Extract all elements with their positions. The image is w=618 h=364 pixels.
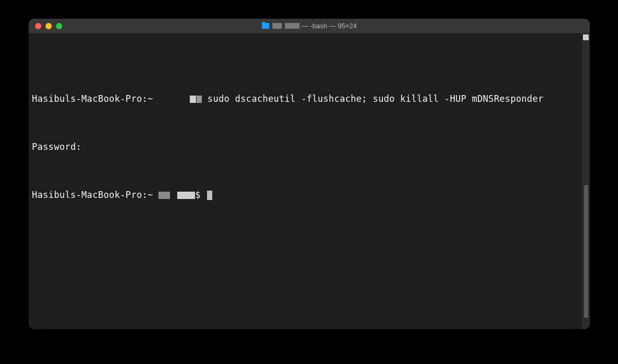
redacted-text: [177, 192, 195, 199]
terminal-window: — -bash — 95×24 Hasibuls-MacBook-Pro:~ s…: [29, 19, 590, 329]
command-text: sudo dscacheutil -flushcache; sudo killa…: [202, 93, 543, 105]
terminal-line-1: Hasibuls-MacBook-Pro:~ sudo dscacheutil …: [32, 93, 585, 105]
terminal-line-2: Password:: [32, 141, 585, 153]
window-title-text: — -bash — 95×24: [302, 22, 357, 30]
redacted-text: [158, 192, 170, 199]
redacted-text: [197, 96, 202, 103]
prompt-prefix: Hasibuls-MacBook-Pro:~: [32, 189, 158, 201]
window-title: — -bash — 95×24: [29, 22, 590, 30]
prompt-prefix: Hasibuls-MacBook-Pro:~: [32, 93, 158, 105]
scroll-indicator: [583, 34, 589, 40]
minimize-button[interactable]: [45, 23, 52, 29]
redacted-text: [190, 96, 196, 103]
cursor: [207, 191, 212, 200]
traffic-lights: [35, 23, 62, 29]
redacted-text: [272, 23, 282, 29]
folder-icon: [262, 23, 269, 29]
maximize-button[interactable]: [56, 23, 62, 29]
scrollbar[interactable]: [582, 33, 590, 329]
redacted-text: [285, 23, 300, 29]
terminal-line-3: Hasibuls-MacBook-Pro:~ $: [32, 189, 585, 201]
password-prompt: Password:: [32, 141, 82, 153]
close-button[interactable]: [35, 23, 41, 29]
terminal-body[interactable]: Hasibuls-MacBook-Pro:~ sudo dscacheutil …: [29, 33, 590, 329]
prompt-dollar: $: [195, 189, 206, 201]
scrollbar-thumb[interactable]: [584, 185, 588, 318]
titlebar: — -bash — 95×24: [29, 19, 590, 33]
